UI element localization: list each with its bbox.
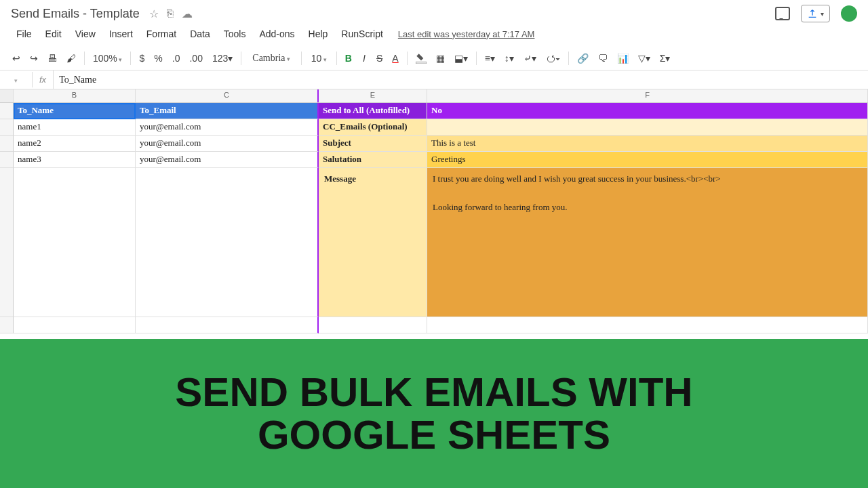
row-header[interactable] [0, 317, 14, 333]
cell-message-label[interactable]: Message [319, 168, 427, 317]
table-row [0, 317, 868, 333]
bold-button[interactable]: B [341, 50, 356, 66]
redo-button[interactable]: ↪ [26, 50, 42, 66]
cell[interactable] [136, 168, 319, 317]
cell-to-email-header[interactable]: To_Email [136, 103, 319, 119]
menu-edit[interactable]: Edit [40, 26, 67, 42]
chart-button[interactable]: 📊 [613, 50, 633, 66]
v-align-button[interactable]: ↕▾ [500, 50, 518, 66]
comment-button[interactable]: 🗨 [594, 50, 612, 66]
zoom-select[interactable]: 100% [89, 52, 126, 65]
cloud-icon[interactable]: ☁ [182, 7, 193, 20]
text-color-button[interactable]: A [388, 50, 402, 66]
undo-button[interactable]: ↩ [8, 50, 24, 66]
cell-message-value[interactable]: I trust you are doing well and I wish yo… [427, 168, 868, 317]
menu-format[interactable]: Format [141, 26, 182, 42]
comments-icon[interactable] [775, 7, 790, 20]
fill-icon [416, 53, 427, 64]
font-select[interactable]: Cambria [245, 52, 296, 65]
cell[interactable] [136, 317, 319, 333]
cell-subject-label[interactable]: Subject [319, 136, 427, 152]
cell-salutation-value[interactable]: Greetings [427, 152, 868, 168]
cell[interactable]: name2 [14, 136, 136, 152]
separator [476, 52, 477, 65]
row-header[interactable] [0, 136, 14, 152]
separator [130, 52, 131, 65]
cell-salutation-label[interactable]: Salutation [319, 152, 427, 168]
cell[interactable]: your@email.com [136, 152, 319, 168]
cell[interactable] [319, 317, 427, 333]
share-button[interactable] [801, 5, 830, 22]
title-bar: Send Emails - Template ☆ ⎘ ☁ [0, 0, 868, 23]
wrap-button[interactable]: ⤶▾ [519, 50, 540, 66]
filter-button[interactable]: ▽▾ [634, 50, 654, 66]
cell[interactable] [427, 317, 868, 333]
separator [568, 52, 569, 65]
menu-help[interactable]: Help [303, 26, 334, 42]
cell[interactable] [14, 168, 136, 317]
table-row: name1 your@email.com CC_Emails (Optional… [0, 119, 868, 136]
select-all-corner[interactable] [0, 89, 14, 102]
menu-bar: File Edit View Insert Format Data Tools … [0, 23, 868, 46]
format-percent[interactable]: % [150, 50, 166, 66]
table-row: To_Name To_Email Send to All (Autofilled… [0, 103, 868, 119]
col-header[interactable]: F [427, 89, 868, 102]
formula-bar: fx To_Name [0, 70, 868, 89]
separator [407, 52, 408, 65]
format-currency[interactable]: $ [135, 50, 149, 66]
separator [84, 52, 85, 65]
strike-button[interactable]: S [372, 50, 387, 66]
cell[interactable]: your@email.com [136, 136, 319, 152]
name-box[interactable] [0, 72, 33, 87]
cell-cc-value[interactable] [427, 119, 868, 136]
menu-data[interactable]: Data [184, 26, 216, 42]
row-header[interactable] [0, 103, 14, 119]
last-edit-link[interactable]: Last edit was yesterday at 7:17 AM [398, 29, 535, 39]
col-header[interactable]: E [319, 89, 427, 102]
row-header[interactable] [0, 168, 14, 317]
cell-to-name-header[interactable]: To_Name [14, 103, 136, 119]
increase-decimal[interactable]: .00 [185, 50, 206, 66]
row-header[interactable] [0, 119, 14, 136]
menu-insert[interactable]: Insert [104, 26, 138, 42]
cell-cc-label[interactable]: CC_Emails (Optional) [319, 119, 427, 136]
col-header[interactable]: C [136, 89, 319, 102]
document-title[interactable]: Send Emails - Template [11, 7, 140, 21]
upload-icon [807, 8, 818, 19]
col-header[interactable]: B [14, 89, 136, 102]
italic-button[interactable]: I [357, 50, 371, 66]
cell[interactable]: name3 [14, 152, 136, 168]
rotate-button[interactable]: ⭯▾ [542, 50, 564, 66]
cell[interactable] [14, 317, 136, 333]
account-avatar[interactable] [841, 5, 857, 22]
star-icon[interactable]: ☆ [149, 7, 159, 20]
spreadsheet-grid[interactable]: B C E F To_Name To_Email Send to All (Au… [0, 89, 868, 333]
h-align-button[interactable]: ≡▾ [481, 50, 499, 66]
menu-runscript[interactable]: RunScript [336, 26, 388, 42]
print-button[interactable]: 🖶 [43, 50, 61, 66]
font-size-select[interactable]: 10 [306, 52, 332, 65]
borders-button[interactable]: ▦ [432, 50, 449, 66]
decrease-decimal[interactable]: .0 [168, 50, 184, 66]
cell[interactable]: name1 [14, 119, 136, 136]
formula-input[interactable]: To_Name [54, 72, 868, 88]
menu-addons[interactable]: Add-ons [254, 26, 300, 42]
separator [301, 52, 302, 65]
more-formats[interactable]: 123▾ [208, 50, 237, 66]
merge-button[interactable]: ⬓▾ [450, 50, 472, 66]
menu-tools[interactable]: Tools [218, 26, 252, 42]
link-button[interactable]: 🔗 [573, 50, 593, 66]
move-icon[interactable]: ⎘ [167, 7, 174, 20]
cell-send-all-value[interactable]: No [427, 103, 868, 119]
menu-view[interactable]: View [70, 26, 101, 42]
promo-banner: SEND BULK EMAILS WITH GOOGLE SHEETS [0, 339, 868, 488]
row-header[interactable] [0, 152, 14, 168]
table-row: name3 your@email.com Salutation Greeting… [0, 152, 868, 168]
fill-color-button[interactable] [412, 49, 431, 66]
menu-file[interactable]: File [11, 26, 37, 42]
cell[interactable]: your@email.com [136, 119, 319, 136]
paint-format-button[interactable]: 🖌 [62, 50, 80, 66]
cell-subject-value[interactable]: This is a test [427, 136, 868, 152]
functions-button[interactable]: Σ▾ [656, 50, 675, 66]
cell-send-all-label[interactable]: Send to All (Autofilled) [319, 103, 427, 119]
